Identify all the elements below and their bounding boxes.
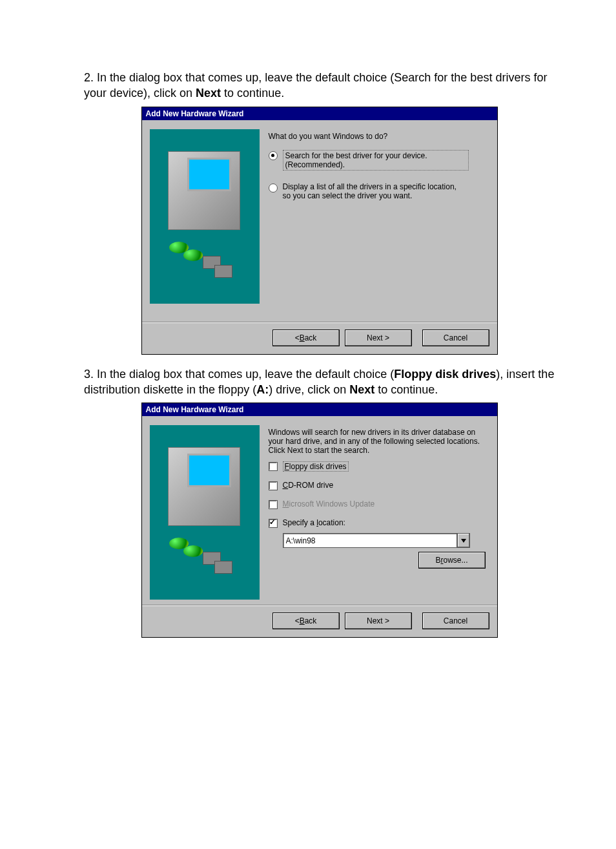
dialog2-titlebar: Add New Hardware Wizard — [142, 403, 497, 416]
checkbox-floppy[interactable] — [269, 462, 278, 471]
chevron-down-icon — [461, 539, 466, 543]
checkbox-specify-location[interactable] — [269, 519, 278, 528]
back-button[interactable]: < Back — [272, 613, 340, 629]
step2-text: 2. In the dialog box that comes up, leav… — [84, 70, 555, 101]
checkbox-specify-location-label: Specify a location: — [283, 518, 345, 527]
dialog1-prompt: What do you want Windows to do? — [269, 132, 486, 141]
svg-marker-0 — [461, 539, 466, 543]
dialog-step3: Add New Hardware Wizard Windows will sea… — [141, 403, 498, 638]
location-dropdown-button[interactable] — [457, 533, 470, 548]
dialog2-prompt: Windows will search for new drivers in i… — [269, 428, 486, 455]
wizard-graphic — [150, 129, 260, 304]
browse-button[interactable]: Browse... — [418, 552, 486, 569]
checkbox-windows-update — [269, 500, 278, 509]
step3-text: 3. In the dialog box that comes up, leav… — [84, 366, 555, 398]
next-button[interactable]: Next > — [345, 613, 412, 629]
dialog-step2: Add New Hardware Wizard What do you want… — [141, 107, 498, 355]
wizard-graphic — [150, 425, 260, 600]
cancel-button[interactable]: Cancel — [422, 330, 489, 346]
cancel-button[interactable]: Cancel — [422, 613, 489, 629]
next-button[interactable]: Next > — [345, 330, 412, 346]
radio-display-list-label: Display a list of all the drivers in a s… — [283, 182, 464, 200]
dialog1-titlebar: Add New Hardware Wizard — [142, 107, 497, 120]
checkbox-windows-update-label: Microsoft Windows Update — [283, 499, 375, 508]
checkbox-floppy-label: Floppy disk drives — [283, 461, 349, 472]
checkbox-cdrom-label: CD-ROM drive — [283, 481, 334, 490]
radio-search-best-label: Search for the best driver for your devi… — [283, 150, 469, 171]
back-button[interactable]: < Back — [272, 330, 340, 346]
checkbox-cdrom[interactable] — [269, 481, 278, 490]
radio-search-best[interactable] — [269, 151, 278, 160]
radio-display-list[interactable] — [269, 183, 278, 193]
location-input[interactable] — [283, 533, 457, 548]
